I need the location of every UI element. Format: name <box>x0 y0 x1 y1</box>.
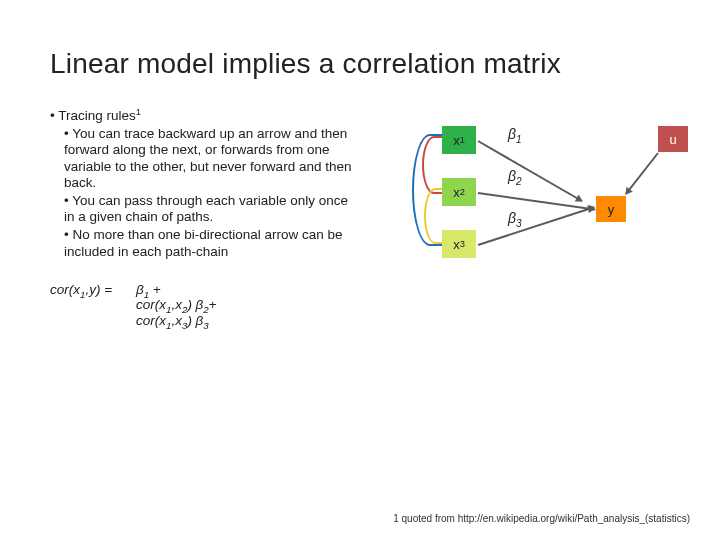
page-title: Linear model implies a correlation matri… <box>50 48 680 80</box>
equation-lhs: cor(x1,y) = <box>50 282 112 329</box>
footnote: 1 quoted from http://en.wikipedia.org/wi… <box>393 513 690 524</box>
beta-2-label: β2 <box>508 168 522 184</box>
node-x2: x2 <box>442 178 476 206</box>
equation: cor(x1,y) = β1 + cor(x1,x2) β2+ cor(x1,x… <box>50 282 360 329</box>
bullet-heading: Tracing rules1 You can trace backward up… <box>50 108 360 260</box>
bullet-item: You can trace backward up an arrow and t… <box>64 126 360 191</box>
beta-3-label: β3 <box>508 210 522 226</box>
equation-rhs: β1 + cor(x1,x2) β2+ cor(x1,x3) β3 <box>136 282 217 329</box>
bullet-heading-text: Tracing rules <box>58 108 136 123</box>
node-u: u <box>658 126 688 152</box>
node-y: y <box>596 196 626 222</box>
bullet-item: No more than one bi-directional arrow ca… <box>64 227 360 259</box>
node-x1: x1 <box>442 126 476 154</box>
arrow-x3-y <box>478 206 595 246</box>
node-x3: x3 <box>442 230 476 258</box>
bullet-column: Tracing rules1 You can trace backward up… <box>50 108 360 328</box>
bullet-heading-sup: 1 <box>136 106 141 117</box>
beta-1-label: β1 <box>508 126 522 142</box>
arrow-x1-y <box>478 140 583 202</box>
bullet-item: You can pass through each variable only … <box>64 193 360 225</box>
path-diagram: x1 x2 x3 y u β1 β2 β3 <box>380 108 680 328</box>
arrow-u-y <box>625 152 659 194</box>
content-row: Tracing rules1 You can trace backward up… <box>50 108 680 328</box>
